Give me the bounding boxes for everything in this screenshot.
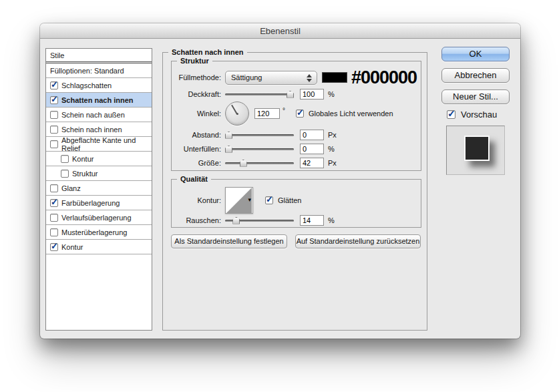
angle-label: Winkel: [178,110,221,118]
blend-mode-dropdown[interactable]: Sättigung [225,71,317,85]
size-row: Größe: Px [178,156,417,170]
checkbox[interactable] [50,126,58,134]
screenshot-stage: Ebenenstil Stile Fülloptionen: Standard … [0,0,559,392]
preview-checkbox[interactable] [447,110,455,119]
global-light-checkbox[interactable] [296,110,304,118]
ok-button[interactable]: OK [441,47,510,61]
checkbox[interactable] [50,243,58,251]
sidebar-item-label: Farbüberlagerung [61,199,120,207]
preview-layer-square [464,136,490,161]
opacity-label: Deckkraft: [178,90,221,98]
noise-label: Rauschen: [178,216,221,224]
opacity-slider[interactable] [225,91,294,98]
dialog-titlebar[interactable]: Ebenenstil [40,23,520,39]
dropdown-arrows-icon [307,74,312,82]
sidebar-item-schatten-nach-innen[interactable]: Schatten nach innen [46,93,152,108]
sidebar-item-verlaufsueberlagerung[interactable]: Verlaufsüberlagerung [46,210,152,225]
contour-row: Kontur: ▾ Glätten [178,187,417,214]
checkbox[interactable] [50,96,58,104]
checkbox[interactable] [50,214,58,222]
sidebar-item-label: Schatten nach innen [61,96,134,104]
global-light-label: Globales Licht verwenden [309,110,393,118]
sidebar-item-kontur[interactable]: Kontur [46,240,152,254]
sidebar-item-stile[interactable]: Stile [46,49,152,63]
angle-input[interactable] [254,108,280,119]
struktur-legend: Struktur [177,57,212,65]
sidebar-item-farbueberlagerung[interactable]: Farbüberlagerung [46,196,152,210]
sidebar-item-struktur-sub[interactable]: Struktur [46,166,152,181]
noise-slider[interactable] [225,217,294,224]
slider-thumb[interactable] [225,146,232,153]
angle-dial-center [236,113,238,115]
noise-row: Rauschen: % [178,213,417,228]
checkbox[interactable] [50,184,58,192]
contour-label: Kontur: [178,196,221,204]
antialias-checkbox[interactable] [265,196,273,204]
choke-input[interactable] [300,144,324,154]
size-label: Größe: [178,159,221,167]
distance-unit: Px [328,131,337,139]
blend-mode-value: Sättigung [231,73,262,81]
angle-row: Winkel: ° Globales Licht verwenden [178,102,417,126]
color-hex-annotation: #000000 [351,67,417,88]
choke-label: Unterfüllen: [178,145,221,153]
choke-slider[interactable] [225,146,294,153]
sidebar-item-abgeflachte-kante[interactable]: Abgeflachte Kante und Relief [46,137,152,152]
slider-groove[interactable] [225,93,294,95]
shadow-color-swatch[interactable] [322,72,347,83]
sidebar-item-schlagschatten[interactable]: Schlagschatten [46,78,152,93]
style-preview-thumbnail [446,126,505,175]
reset-default-button[interactable]: Auf Standardeinstellung zurücksetzen [295,234,421,248]
slider-thumb[interactable] [240,160,247,167]
noise-unit: % [328,216,335,224]
choke-row: Unterfüllen: % [178,142,417,156]
checkbox[interactable] [50,199,58,207]
sidebar-item-label: Verlaufsüberlagerung [61,214,132,222]
checkbox[interactable] [50,81,58,89]
opacity-row: Deckkraft: % [178,87,417,102]
sidebar-item-label: Schlagschatten [61,81,112,89]
new-style-button[interactable]: Neuer Stil... [441,89,510,104]
sidebar-item-label: Musterüberlagerung [61,228,127,236]
opacity-input[interactable] [300,89,324,100]
struktur-group: Struktur Füllmethode: Sättigung #000000 [171,61,421,171]
antialias-label: Glätten [278,196,301,204]
angle-dial[interactable] [225,102,249,126]
sidebar-item-label: Schein nach innen [61,126,122,134]
checkbox[interactable] [50,140,58,148]
slider-groove[interactable] [225,134,294,136]
dialog-title: Ebenenstil [260,26,301,36]
sidebar-item-label: Struktur [72,170,98,178]
sidebar-item-musterueberlagerung[interactable]: Musterüberlagerung [46,225,152,240]
set-default-button[interactable]: Als Standardeinstellung festlegen [171,234,287,248]
qualitaet-legend: Qualität [177,175,211,183]
checkbox[interactable] [61,155,69,163]
distance-slider[interactable] [225,132,294,139]
distance-input[interactable] [300,130,324,140]
noise-input[interactable] [300,215,324,226]
slider-thumb[interactable] [232,217,240,224]
checkbox[interactable] [61,170,69,178]
slider-groove[interactable] [225,148,294,150]
sidebar-item-label: Schein nach außen [61,111,125,119]
slider-groove[interactable] [225,162,294,164]
size-slider[interactable] [225,160,294,167]
sidebar-item-label: Glanz [61,184,81,192]
inner-shadow-panel: Schatten nach innen Struktur Füllmethode… [162,52,427,331]
angle-unit: ° [283,107,285,114]
contour-picker[interactable]: ▾ [225,187,253,214]
sidebar-item-schein-nach-innen[interactable]: Schein nach innen [46,122,152,137]
size-unit: Px [328,159,337,167]
cancel-button[interactable]: Abbrechen [441,68,510,83]
slider-thumb[interactable] [287,91,294,98]
blend-mode-row: Füllmethode: Sättigung #000000 [178,70,417,85]
sidebar-item-fuelloptionen[interactable]: Fülloptionen: Standard [46,63,152,78]
size-input[interactable] [300,158,324,168]
slider-thumb[interactable] [225,132,232,139]
sidebar-item-glanz[interactable]: Glanz [46,181,152,196]
sidebar-item-schein-nach-aussen[interactable]: Schein nach außen [46,108,152,122]
sidebar-item-kontur-sub[interactable]: Kontur [46,152,152,166]
preview-toggle: Vorschau [447,110,497,120]
checkbox[interactable] [50,111,58,119]
checkbox[interactable] [50,228,58,236]
